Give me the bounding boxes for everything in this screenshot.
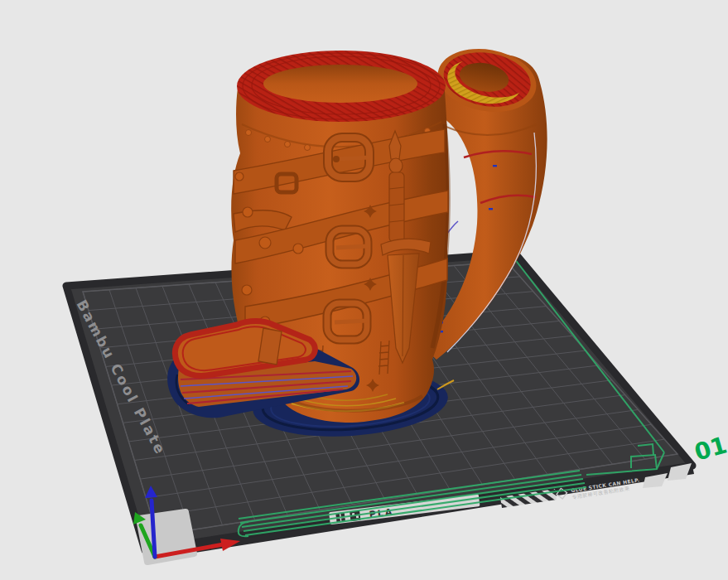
- plate-number-label: 01: [692, 431, 728, 466]
- rim-top-surface: [237, 51, 446, 122]
- viewport-3d[interactable]: Bambu Cool Plate PLA GLUE STICK CAN HELP…: [0, 0, 728, 580]
- slicer-preview-scene[interactable]: Bambu Cool Plate PLA GLUE STICK CAN HELP…: [0, 0, 728, 580]
- mug-cavity: [263, 65, 417, 103]
